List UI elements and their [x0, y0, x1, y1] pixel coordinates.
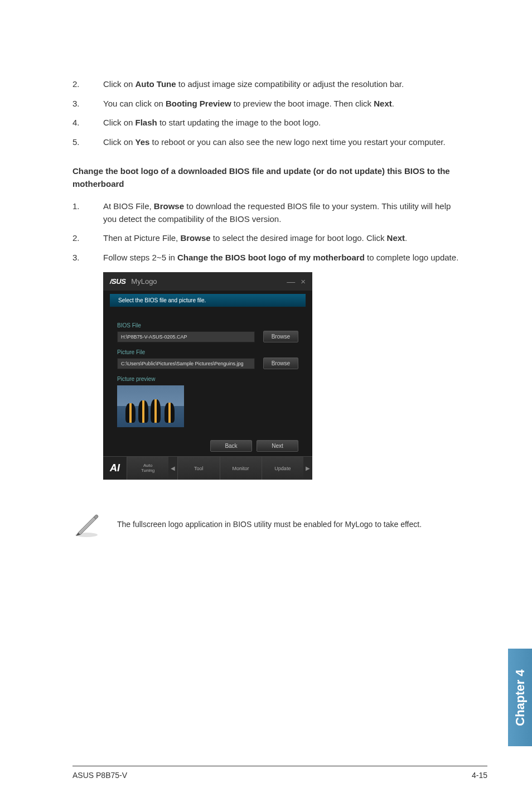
- note-box: The fullscreen logo application in BIOS …: [72, 510, 466, 538]
- asus-logo: /SUS: [110, 277, 125, 286]
- list-item: 3.Follow steps 2~5 in Change the BIOS bo…: [72, 252, 466, 264]
- list-item: 4.Click on Flash to start updating the i…: [72, 117, 466, 129]
- list-item: 2.Click on Auto Tune to adjust image siz…: [72, 78, 466, 91]
- note-text: The fullscreen logo application in BIOS …: [117, 520, 422, 529]
- picture-file-input[interactable]: C:\Users\Public\Pictures\Sample Pictures…: [117, 358, 255, 369]
- ai-logo: AI: [103, 457, 127, 480]
- minimize-icon[interactable]: —: [287, 277, 295, 286]
- picture-browse-button[interactable]: Browse: [263, 357, 298, 369]
- footer-page-number: 4-15: [472, 771, 487, 780]
- footer-model: ASUS P8B75-V: [72, 771, 127, 780]
- list-item: 1.At BIOS File, Browse to download the r…: [72, 200, 466, 225]
- back-button[interactable]: Back: [210, 440, 252, 452]
- svg-line-1: [79, 516, 95, 532]
- tab-monitor[interactable]: Monitor: [220, 457, 262, 480]
- bios-file-input[interactable]: H:\P8B75-V-ASUS-0205.CAP: [117, 331, 255, 342]
- picture-preview-label: Picture preview: [117, 376, 298, 382]
- list-item: 5.Click on Yes to reboot or you can also…: [72, 136, 466, 149]
- tab-tool[interactable]: Tool: [177, 457, 219, 480]
- numbered-list-1: 2.Click on Auto Tune to adjust image siz…: [72, 78, 466, 148]
- arrow-right-icon[interactable]: ▶: [303, 457, 312, 480]
- window-title: MyLogo: [131, 277, 287, 286]
- arrow-left-icon[interactable]: ◀: [168, 457, 177, 480]
- list-item: 2.Then at Picture File, Browse to select…: [72, 232, 466, 245]
- tab-update[interactable]: Update: [262, 457, 303, 480]
- mylogo-screenshot: /SUS MyLogo — × Select the BIOS file and…: [103, 272, 312, 480]
- tab-auto-tuning[interactable]: Auto Tuning: [127, 457, 168, 480]
- list-item: 3.You can click on Booting Preview to pr…: [72, 98, 466, 110]
- pencil-icon: [72, 510, 100, 538]
- subheader: Select the BIOS file and picture file.: [110, 294, 306, 307]
- chapter-tab: Chapter 4: [508, 649, 532, 746]
- numbered-list-2: 1.At BIOS File, Browse to download the r…: [72, 200, 466, 264]
- picture-preview: [117, 385, 184, 427]
- picture-file-label: Picture File: [117, 349, 298, 355]
- window-titlebar: /SUS MyLogo — ×: [103, 272, 312, 291]
- bios-file-label: BIOS File: [117, 322, 298, 328]
- next-button[interactable]: Next: [257, 440, 298, 452]
- page-footer: ASUS P8B75-V 4-15: [72, 766, 487, 780]
- bios-browse-button[interactable]: Browse: [263, 331, 298, 342]
- section-heading: Change the boot logo of a downloaded BIO…: [72, 165, 466, 190]
- close-icon[interactable]: ×: [301, 277, 306, 286]
